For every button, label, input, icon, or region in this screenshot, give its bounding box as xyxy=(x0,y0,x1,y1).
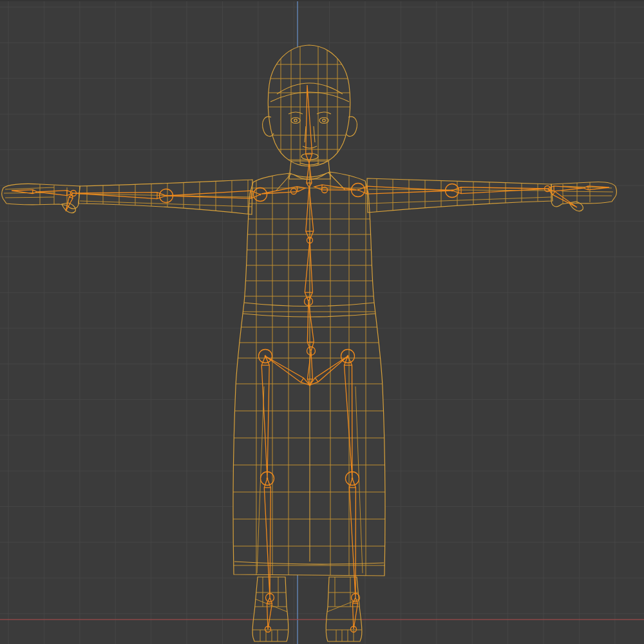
model-silhouette xyxy=(2,45,617,641)
viewport-top-edge xyxy=(0,0,644,1)
3d-viewport[interactable] xyxy=(0,0,644,644)
joint-center-dot xyxy=(451,190,453,192)
character-model[interactable] xyxy=(2,44,617,641)
joint-center-dot xyxy=(347,355,349,357)
joint-center-dot xyxy=(267,478,269,480)
viewport-canvas xyxy=(0,0,644,644)
joint-center-dot xyxy=(352,478,354,480)
joint-center-dot xyxy=(260,194,261,196)
joint-center-dot xyxy=(357,189,359,191)
joint-center-dot xyxy=(265,355,267,357)
joint-center-dot xyxy=(166,195,167,197)
